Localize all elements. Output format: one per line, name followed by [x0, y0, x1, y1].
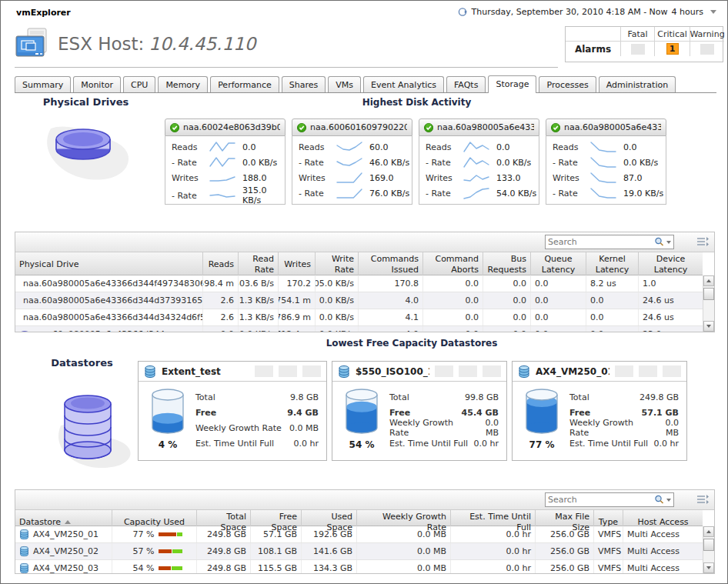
- writes-value: 133.0: [493, 173, 539, 183]
- col-reads[interactable]: Reads: [203, 252, 239, 277]
- tab-memory[interactable]: Memory: [158, 76, 208, 92]
- disk-activity-card: naa.60a980005a6e4336... Reads0.0 - Rate0…: [546, 118, 666, 205]
- datastore-icon: [19, 546, 29, 557]
- search-input[interactable]: [548, 237, 654, 247]
- est-value: 0.0 hr: [654, 439, 680, 449]
- write-rate-value: 19.0 KB/s: [620, 189, 666, 199]
- tab-performance[interactable]: Performance: [210, 76, 279, 92]
- capacity-used-cell: 77 %: [112, 526, 197, 542]
- total-space-cell: 249.8 GB: [197, 543, 251, 559]
- search-input[interactable]: [548, 495, 654, 505]
- tab-administration[interactable]: Administration: [599, 76, 676, 92]
- read-rate-sparkline: [209, 155, 236, 169]
- datastore-card-header[interactable]: Extent_test: [139, 362, 326, 382]
- reads-cell: 0.0: [203, 326, 239, 332]
- aborts-cell: 0.0: [423, 326, 483, 332]
- tab-vms[interactable]: VMs: [328, 76, 361, 92]
- free-space-cell: 108.1 GB: [251, 543, 302, 559]
- scrollbar-thumb[interactable]: [703, 288, 714, 300]
- search-icon[interactable]: [654, 237, 664, 247]
- page-title-prefix: ESX Host:: [58, 34, 144, 54]
- lowest-free-capacity-heading: Lowest Free Capacity Datastores: [138, 338, 686, 349]
- drive-name: naa.60a980005a6e4336...: [564, 122, 661, 132]
- scroll-down-button[interactable]: [703, 321, 714, 332]
- search-icon[interactable]: [654, 495, 664, 505]
- physical-drive-illustration-icon: [28, 113, 151, 194]
- col-kernel-latency[interactable]: Kernel Latency: [586, 252, 639, 277]
- datastore-card-body: 4 % Total9.8 GB Free9.4 GB Weekly Growth…: [139, 382, 326, 451]
- vertical-scrollbar[interactable]: [703, 526, 714, 573]
- table-row-clipped[interactable]: naa.60a980005a6e43366d344... 0.0 0.0 KB/…: [15, 326, 703, 332]
- disk-activity-card: naa.60a980005a6e4336... Reads0.0 - Rate0…: [419, 118, 539, 205]
- col-device-latency[interactable]: Device Latency: [639, 252, 703, 277]
- est-cell: 0.0 hr: [451, 526, 536, 542]
- write-rate-cell: 0.0 KB/s: [316, 292, 359, 309]
- disk-card-header[interactable]: naa.60024e8063d39b00...: [165, 118, 286, 136]
- table-row[interactable]: naa.60a980005a6e43366d344d3739316553 2.6…: [15, 292, 703, 309]
- disk-card-body: Reads0.0 - Rate0.0 KB/s Writes133.0 - Ra…: [419, 136, 539, 205]
- search-options-caret-icon[interactable]: [666, 241, 671, 244]
- datastores-table-header: Datastore Capacity Used Total Space Free…: [15, 510, 703, 526]
- vmexplorer-page: vmExplorer Thursday, September 30, 2010 …: [0, 0, 728, 584]
- col-read-rate[interactable]: Read Rate: [239, 252, 279, 277]
- vertical-scrollbar[interactable]: [703, 275, 714, 332]
- access-cell: Multi Access: [623, 560, 703, 574]
- tab-shares[interactable]: Shares: [282, 76, 326, 92]
- col-queue-latency[interactable]: Queue Latency: [531, 252, 586, 277]
- table-row[interactable]: AX4_VM250_01 77 % 249.8 GB 57.1 GB 192.6…: [15, 526, 703, 543]
- disk-card-header[interactable]: naa.60a980005a6e4336...: [419, 118, 539, 136]
- scroll-down-button[interactable]: [703, 562, 714, 573]
- bus-cell: 0.0: [483, 275, 531, 292]
- scroll-up-button[interactable]: [703, 526, 714, 537]
- time-range-selector[interactable]: Thursday, September 30, 2010 4:18 AM - N…: [458, 7, 716, 17]
- free-label: Free: [389, 408, 410, 418]
- capacity-gauge: 4 %: [146, 388, 189, 451]
- critical-count-chip[interactable]: 1: [666, 43, 679, 55]
- tab-faqts[interactable]: FAQts: [446, 76, 486, 92]
- growth-cell: 0.0 MB: [357, 526, 451, 542]
- datastore-card-header[interactable]: $550_ISO100_1 (1): [332, 362, 506, 382]
- commands-cell: 4.0: [359, 326, 423, 332]
- col-commands-issued[interactable]: Commands Issued: [359, 252, 423, 277]
- col-writes[interactable]: Writes: [279, 252, 316, 277]
- scrollbar-thumb[interactable]: [703, 539, 714, 551]
- capacity-gauge: 54 %: [340, 388, 383, 451]
- total-value: 249.8 GB: [640, 392, 680, 402]
- col-command-aborts[interactable]: Command Aborts: [423, 252, 483, 277]
- disk-card-header[interactable]: naa.60a980005a6e4336...: [546, 118, 666, 136]
- disk-card-header[interactable]: naa.6006016097902200...: [292, 118, 412, 136]
- search-options-caret-icon[interactable]: [666, 499, 671, 502]
- tab-event-analytics[interactable]: Event Analytics: [363, 76, 444, 92]
- table-row[interactable]: AX4_VM250_02 57 % 249.8 GB 108.1 GB 141.…: [15, 543, 703, 560]
- tab-processes[interactable]: Processes: [539, 76, 596, 92]
- col-bus-requests[interactable]: Bus Requests: [483, 252, 531, 277]
- kernel-cell: 0.0: [586, 326, 639, 332]
- tab-summary[interactable]: Summary: [15, 76, 71, 92]
- table-row[interactable]: AX4_VM250_03 54 % 249.8 GB 115.5 GB 134.…: [15, 560, 703, 574]
- drives-table-toolbar: [15, 232, 714, 252]
- tab-monitor[interactable]: Monitor: [73, 76, 121, 92]
- commands-cell: 170.8: [359, 275, 423, 292]
- table-row[interactable]: naa.60a980005a6e43366d344d34324d6f57 2.6…: [15, 309, 703, 326]
- disk-activity-cards: naa.60024e8063d39b00... Reads0.0 - Rate0…: [165, 118, 666, 205]
- col-write-rate[interactable]: Write Rate: [316, 252, 359, 277]
- tab-storage[interactable]: Storage: [488, 75, 536, 93]
- est-cell: 0.0 hr: [451, 543, 536, 559]
- table-row[interactable]: naa.60a980005a6e43366d344f4973483065 598…: [15, 275, 703, 292]
- scroll-up-button[interactable]: [703, 275, 714, 286]
- write-rate-cell: 0.0 KB/s: [316, 326, 359, 332]
- datastore-cards: Extent_test 4 % T: [138, 361, 687, 461]
- datastore-card-header[interactable]: AX4_VM250_01: [513, 362, 686, 382]
- tab-bar: Summary Monitor CPU Memory Performance S…: [15, 76, 716, 93]
- tab-cpu[interactable]: CPU: [123, 76, 155, 92]
- reads-sparkline: [463, 140, 490, 154]
- customizer-icon[interactable]: [696, 494, 709, 505]
- growth-value: 0.0 MB: [651, 418, 680, 438]
- est-label: Est. Time Until Full: [569, 439, 648, 449]
- customizer-icon[interactable]: [696, 236, 709, 247]
- max-file-cell: 256.0 GB: [536, 526, 594, 542]
- col-physical-drive[interactable]: Physical Drive: [15, 252, 203, 277]
- growth-value: 0.0 MB: [471, 418, 500, 438]
- aborts-cell: 0.0: [423, 275, 483, 292]
- write-rate-value: 76.0 KB/s: [366, 189, 412, 199]
